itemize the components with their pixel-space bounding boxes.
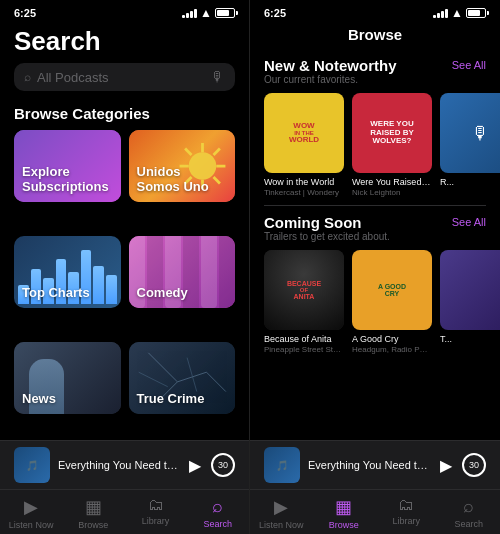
tab-search-left[interactable]: ⌕ Search: [187, 496, 249, 530]
left-content: Search ⌕ All Podcasts 🎙 Browse Categorie…: [0, 22, 249, 534]
browse-categories-title: Browse Categories: [0, 101, 249, 130]
wifi-icon-right: ▲: [451, 6, 463, 20]
category-label-top-charts: Top Charts: [22, 285, 90, 300]
timer-button-right[interactable]: 30: [462, 453, 486, 477]
tab-search-right[interactable]: ⌕ Search: [438, 496, 501, 530]
tab-label-browse-right: Browse: [329, 520, 359, 530]
mini-player-title-left: Everything You Need to...: [58, 459, 181, 471]
tab-library-right[interactable]: 🗂 Library: [375, 496, 438, 530]
tab-label-library-right: Library: [392, 516, 420, 526]
podcast-card-fourth[interactable]: T...: [440, 250, 500, 354]
svg-line-13: [138, 372, 167, 387]
tab-library-left[interactable]: 🗂 Library: [125, 496, 187, 530]
play-button-left[interactable]: ▶: [189, 456, 201, 475]
tab-label-listen-now-right: Listen Now: [259, 520, 304, 530]
listen-now-icon-left: ▶: [24, 496, 38, 518]
browse-icon-right: ▦: [335, 496, 352, 518]
cards-row-nn: WOW IN THE WORLD Wow in the World Tinker…: [250, 87, 500, 205]
library-icon-left: 🗂: [148, 496, 164, 514]
podcast-title-cry: A Good Cry: [352, 334, 432, 345]
section-sub-cs: Trailers to get excited about.: [264, 231, 390, 242]
category-explore[interactable]: Explore Subscriptions: [14, 130, 121, 202]
section-header-left-nn: New & Noteworthy Our current favorites.: [264, 57, 397, 85]
podcast-subtitle-wow: Tinkercast | Wondery: [264, 188, 344, 197]
mini-player-left[interactable]: 🎵 Everything You Need to... ▶ 30: [0, 440, 249, 489]
podcast-thumb-cry: A GOOD CRY: [352, 250, 432, 330]
status-icons-right: ▲: [433, 6, 486, 20]
tab-label-listen-now-left: Listen Now: [9, 520, 54, 530]
search-bar[interactable]: ⌕ All Podcasts 🎙: [14, 63, 235, 91]
svg-line-12: [206, 372, 225, 391]
tab-label-browse-left: Browse: [78, 520, 108, 530]
section-header-left-cs: Coming Soon Trailers to get excited abou…: [264, 214, 390, 242]
section-header-new-noteworthy: New & Noteworthy Our current favorites. …: [250, 49, 500, 87]
library-icon-right: 🗂: [398, 496, 414, 514]
mini-player-artwork-right: 🎵: [264, 447, 300, 483]
time-right: 6:25: [264, 7, 286, 19]
podcast-card-third[interactable]: 🎙 R...: [440, 93, 500, 197]
status-bar-left: 6:25 ▲: [0, 0, 249, 22]
category-true-crime[interactable]: True Crime: [129, 342, 236, 414]
listen-now-icon-right: ▶: [274, 496, 288, 518]
podcast-thumb-third: 🎙: [440, 93, 500, 173]
podcast-card-wolves[interactable]: Were you raised by wolves? Were You Rais…: [352, 93, 432, 197]
podcast-title-wow: Wow in the World: [264, 177, 344, 188]
right-screen: 6:25 ▲ Browse New & Noteworthy Our curre…: [250, 0, 500, 534]
section-title-nn: New & Noteworthy: [264, 57, 397, 74]
tab-label-search-left: Search: [204, 519, 233, 529]
podcast-thumb-fourth: [440, 250, 500, 330]
tab-label-library-left: Library: [142, 516, 170, 526]
artwork-inner-right: 🎵: [264, 447, 300, 483]
mini-player-controls-left: ▶ 30: [189, 453, 235, 477]
section-title-cs: Coming Soon: [264, 214, 390, 231]
podcast-title-anita: Because of Anita: [264, 334, 344, 345]
podcast-thumb-wow: WOW IN THE WORLD: [264, 93, 344, 173]
category-top-charts[interactable]: Top Charts: [14, 236, 121, 308]
browse-icon-left: ▦: [85, 496, 102, 518]
category-label-unidos: Unidos Somos Uno: [137, 164, 228, 194]
play-button-right[interactable]: ▶: [440, 456, 452, 475]
podcast-card-anita[interactable]: BECAUSE OF ANITA Because of Anita Pineap…: [264, 250, 344, 354]
page-title-left: Search: [0, 22, 249, 63]
category-label-true-crime: True Crime: [137, 391, 205, 406]
podcast-title-wolves: Were You Raised By W...: [352, 177, 432, 188]
category-news[interactable]: News: [14, 342, 121, 414]
section-header-coming-soon: Coming Soon Trailers to get excited abou…: [250, 206, 500, 244]
podcast-subtitle-wolves: Nick Leighton: [352, 188, 432, 197]
podcast-title-third: R...: [440, 177, 500, 188]
tab-bar-right: ▶ Listen Now ▦ Browse 🗂 Library ⌕ Search: [250, 489, 500, 534]
tab-browse-left[interactable]: ▦ Browse: [62, 496, 124, 530]
tab-bar-left: ▶ Listen Now ▦ Browse 🗂 Library ⌕ Search: [0, 489, 249, 534]
section-sub-nn: Our current favorites.: [264, 74, 397, 85]
tab-listen-now-right[interactable]: ▶ Listen Now: [250, 496, 313, 530]
left-screen: 6:25 ▲ Search ⌕ All Podcasts 🎙 Browse Ca…: [0, 0, 250, 534]
mini-player-title-right: Everything You Need to...: [308, 459, 432, 471]
tab-listen-now-left[interactable]: ▶ Listen Now: [0, 496, 62, 530]
tab-label-search-right: Search: [454, 519, 483, 529]
category-label-explore: Explore Subscriptions: [22, 164, 113, 194]
battery-icon: [215, 8, 235, 18]
podcast-card-cry[interactable]: A GOOD CRY A Good Cry Headgum, Radio Poi…: [352, 250, 432, 354]
podcast-card-wow[interactable]: WOW IN THE WORLD Wow in the World Tinker…: [264, 93, 344, 197]
search-placeholder: All Podcasts: [37, 70, 205, 85]
categories-grid: Explore Subscriptions Unidos Somos Uno: [0, 130, 249, 440]
mini-player-right[interactable]: 🎵 Everything You Need to... ▶ 30: [250, 440, 500, 489]
category-comedy[interactable]: Comedy: [129, 236, 236, 308]
search-icon-tab-right: ⌕: [463, 496, 474, 517]
see-all-nn[interactable]: See All: [452, 57, 486, 71]
timer-button-left[interactable]: 30: [211, 453, 235, 477]
see-all-cs[interactable]: See All: [452, 214, 486, 228]
svg-line-14: [187, 358, 197, 392]
signal-icon: [182, 9, 197, 18]
category-unidos[interactable]: Unidos Somos Uno: [129, 130, 236, 202]
microphone-icon[interactable]: 🎙: [211, 69, 225, 85]
tab-browse-right[interactable]: ▦ Browse: [313, 496, 376, 530]
podcast-thumb-wolves: Were you raised by wolves?: [352, 93, 432, 173]
battery-icon-right: [466, 8, 486, 18]
podcast-title-fourth: T...: [440, 334, 500, 345]
time-left: 6:25: [14, 7, 36, 19]
category-label-news: News: [22, 391, 56, 406]
svg-line-7: [214, 149, 220, 155]
artwork-inner-left: 🎵: [14, 447, 50, 483]
mini-player-controls-right: ▶ 30: [440, 453, 486, 477]
